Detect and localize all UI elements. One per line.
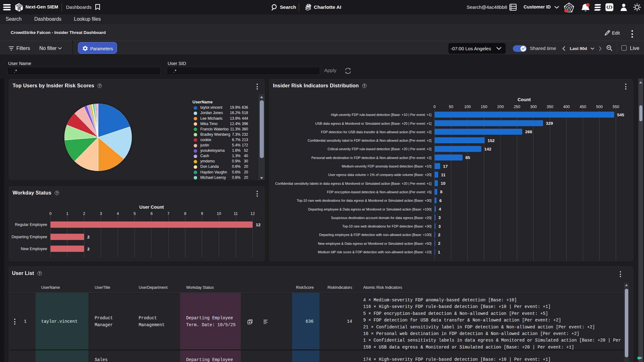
svg-text:USB data egress & Monitored or: USB data egress & Monitored or Simulated… [315, 122, 431, 125]
svg-text:2: 2 [438, 241, 441, 246]
svg-text:Top-10 rare web destinations f: Top-10 rare web destinations for FDP det… [342, 224, 431, 228]
svg-text:User egress data volume > 1% o: User egress data volume > 1% of company-… [328, 173, 431, 177]
svg-text:250: 250 [514, 105, 520, 109]
svg-text:3: 3 [438, 215, 441, 220]
svg-text:3: 3 [438, 224, 441, 229]
svg-text:Medium-severity FDP anomaly-ba: Medium-severity FDP anomaly-based detect… [342, 164, 431, 168]
svg-text:500: 500 [596, 105, 603, 109]
svg-text:329: 329 [546, 121, 553, 126]
svg-text:300: 300 [530, 105, 537, 109]
svg-text:350: 350 [547, 105, 553, 109]
svg-text:Personal web destination in FD: Personal web destination in FDP detectio… [311, 156, 431, 160]
svg-text:4: 4 [439, 207, 441, 211]
svg-text:400: 400 [563, 105, 570, 109]
svg-text:FDP encryption-based detection: FDP encryption-based detection & Non-all… [327, 190, 431, 194]
svg-text:50: 50 [449, 105, 453, 109]
svg-text:152: 152 [487, 138, 495, 143]
svg-text:Suspicious destination account: Suspicious destination account domain fo… [331, 216, 431, 220]
svg-text:Critical-severity FDP rule-bas: Critical-severity FDP rule-based detecti… [328, 147, 431, 151]
svg-text:8: 8 [440, 189, 442, 194]
svg-text:FDP detection for USB data tra: FDP detection for USB data transfer & No… [321, 130, 431, 134]
svg-text:550: 550 [613, 105, 619, 109]
svg-text:Confidential sensitivity label: Confidential sensitivity labels in data … [275, 182, 431, 185]
svg-text:266: 266 [525, 129, 532, 134]
svg-text:Count: Count [518, 97, 531, 102]
svg-text:Departing employee & FDP detec: Departing employee & FDP detection with … [319, 233, 431, 237]
svg-text:Confidential sensitivity label: Confidential sensitivity label in FDP de… [308, 139, 431, 142]
svg-text:6: 6 [439, 198, 442, 203]
svg-text:450: 450 [580, 105, 586, 109]
svg-text:100: 100 [464, 105, 471, 109]
svg-text:Medium IdP risk score & FDP de: Medium IdP risk score & FDP detection wi… [318, 250, 431, 254]
svg-text:2: 2 [438, 233, 441, 237]
svg-text:17: 17 [443, 164, 448, 169]
svg-text:Departing employee & Data egre: Departing employee & Data egress w/ Moni… [308, 207, 431, 211]
svg-text:Top-10 rare web destinations f: Top-10 rare web destinations for data eg… [297, 199, 431, 202]
svg-text:545: 545 [617, 112, 624, 117]
svg-text:1: 1 [438, 250, 441, 255]
svg-text:New employee & Data egress w/: New employee & Data egress w/ Monitored … [318, 242, 431, 245]
svg-text:200: 200 [497, 105, 504, 109]
svg-text:142: 142 [484, 147, 491, 151]
svg-text:0: 0 [434, 105, 436, 109]
svg-text:150: 150 [481, 105, 487, 109]
svg-text:11: 11 [441, 173, 446, 177]
svg-text:85: 85 [465, 155, 470, 160]
svg-text:10: 10 [441, 181, 446, 186]
svg-text:High-severity FDP rule-based d: High-severity FDP rule-based detection [… [331, 113, 431, 117]
